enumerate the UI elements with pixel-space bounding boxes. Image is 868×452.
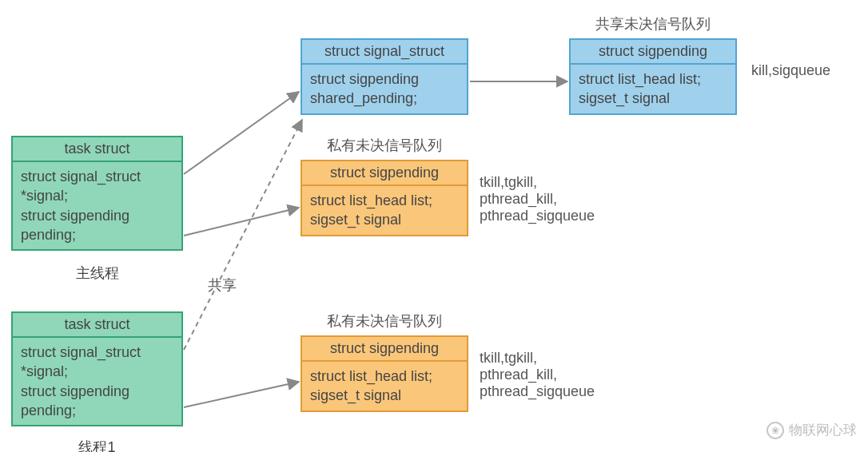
caption-main-thread: 主线程 [11,264,183,283]
private-sigpending-main-body: struct list_head list; sigset_t signal [302,186,467,235]
signal-struct-title: struct signal_struct [302,40,467,65]
shared-sigpending-box: struct sigpending struct list_head list;… [569,38,737,115]
private-sigpending-t1-body: struct list_head list; sigset_t signal [302,362,467,410]
watermark-text: 物联网心球 [789,421,857,439]
signal-struct-box: struct signal_struct struct sigpending s… [301,38,468,115]
tkill-funcs-main: tkill,tgkill, pthread_kill, pthread_sigq… [480,174,595,224]
task-struct-main-title: task struct [13,137,181,162]
task-struct-main-body: struct signal_struct *signal; struct sig… [13,162,181,249]
private-sigpending-main-title: struct sigpending [302,161,467,186]
private-queue-title-t1: 私有未决信号队列 [301,311,468,331]
arrow-main-pending-to-private [184,208,299,236]
task-struct-thread1-title: task struct [13,313,181,338]
shared-sigpending-title: struct sigpending [571,40,735,65]
caption-thread1: 线程1 [11,438,183,452]
shared-queue-title: 共享未决信号队列 [569,14,737,34]
task-struct-thread1-body: struct signal_struct *signal; struct sig… [13,338,181,425]
private-sigpending-t1-title: struct sigpending [302,337,467,362]
signal-struct-body: struct sigpending shared_pending; [302,65,467,113]
private-sigpending-main: struct sigpending struct list_head list;… [301,160,468,236]
arrow-thread1-signal-to-signalstruct-dashed [184,120,302,350]
private-sigpending-t1: struct sigpending struct list_head list;… [301,335,468,412]
shared-sigpending-body: struct list_head list; sigset_t signal [571,65,735,113]
wechat-icon: ❀ [766,422,784,439]
tkill-funcs-t1: tkill,tgkill, pthread_kill, pthread_sigq… [480,350,595,400]
share-label: 共享 [208,276,237,295]
private-queue-title-main: 私有未决信号队列 [301,136,468,155]
task-struct-main: task struct struct signal_struct *signal… [11,136,183,251]
arrow-main-signal-to-signalstruct [184,92,299,174]
task-struct-thread1: task struct struct signal_struct *signal… [11,311,183,426]
arrow-thread1-pending-to-private [184,382,299,407]
kill-funcs-label: kill,sigqueue [751,62,830,79]
watermark: ❀ 物联网心球 [766,421,857,439]
